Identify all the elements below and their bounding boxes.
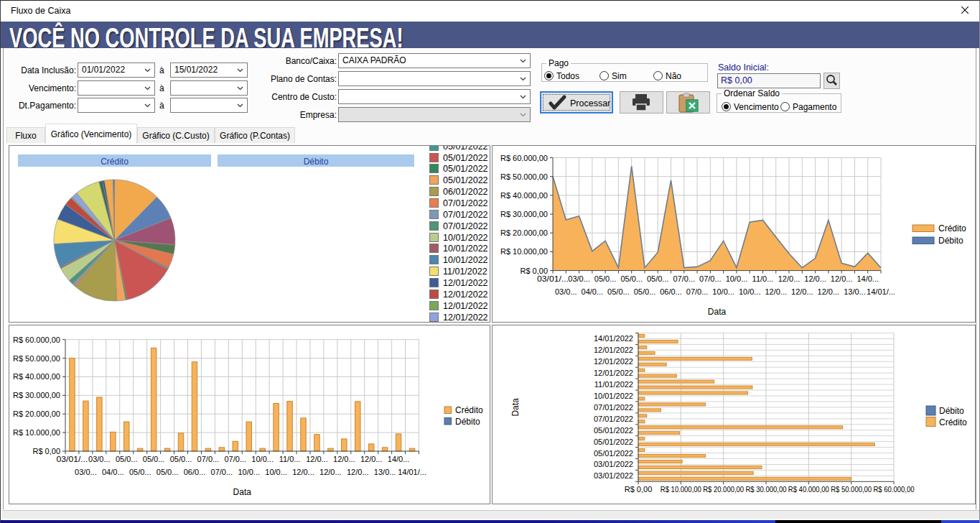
chart-text: 04/0... (582, 287, 604, 296)
chart-text: 12/0... (306, 455, 328, 463)
pago-sim-label: Sim (612, 71, 627, 81)
tab-label: Fluxo (7, 131, 45, 141)
tab-label: Gráfico (P.Contas) (215, 131, 294, 141)
pie-legend-item: 10/01/2022 (429, 232, 490, 244)
chart-text: R$ 20.000,00 (500, 228, 548, 237)
chart-text: 05/0... (607, 287, 630, 296)
chart-text: 05/0... (170, 455, 192, 463)
print-button[interactable] (620, 91, 663, 114)
chart-text: 14/01/2022 (594, 334, 633, 343)
bar (355, 402, 361, 451)
centro-custo-combo[interactable] (338, 89, 531, 104)
processar-button[interactable]: Processar (540, 91, 613, 114)
vencimento-from-combo[interactable] (78, 80, 155, 96)
chart-text: 14/0... (388, 455, 410, 463)
chart-text: R$ 40.000,00 (788, 485, 829, 494)
legend-swatch (429, 210, 439, 219)
ordenar-pagamento-radio[interactable] (780, 102, 790, 111)
pie-legend-item: 06/01/2022 (429, 186, 490, 198)
chart-text: 06/0... (184, 468, 206, 476)
search-icon (824, 73, 839, 88)
chart-text: Data (708, 307, 727, 317)
chevron-down-icon (520, 59, 526, 63)
bar (246, 422, 252, 451)
legend-swatch (444, 418, 452, 425)
range-sep: à (159, 101, 164, 111)
chart-text: R$ 50.000,00 (13, 354, 60, 363)
excel-clipboard-icon (676, 93, 701, 113)
chart-text: R$ 10.000,00 (13, 428, 60, 437)
bar (328, 448, 334, 451)
chart-text: 05/0... (157, 468, 179, 476)
bar-chart: R$ 0,00R$ 10.000,00R$ 20.000,00R$ 30.000… (9, 325, 490, 504)
legend-label: 05/01/2022 (443, 175, 488, 185)
legend-swatch (913, 225, 934, 232)
bar (287, 402, 293, 451)
dt-pagamento-label: Dt.Pagamento: (1, 101, 76, 111)
saldo-inicial-input[interactable]: R$ 0,00 (717, 73, 821, 88)
bar (301, 418, 307, 451)
banco-caixa-combo[interactable]: CAIXA PADRÃO (338, 53, 531, 68)
chart-text: 04/0... (102, 468, 124, 476)
bar (151, 348, 157, 451)
legend-swatch (429, 175, 439, 185)
excel-export-button[interactable] (666, 91, 710, 114)
chart-text: 07/01/2022 (594, 403, 633, 412)
plano-contas-label: Plano de Contas: (238, 74, 337, 84)
legend-swatch (429, 301, 439, 310)
legend-swatch (429, 164, 439, 173)
chart-text: 12/0... (319, 468, 342, 476)
chart-text: 05/0... (129, 468, 151, 476)
chart-text: 11/01/2022 (594, 380, 633, 389)
chart-text: 07/0... (211, 468, 233, 476)
tab-label: Gráfico (C.Custo) (138, 131, 214, 141)
dt-pagamento-to-combo[interactable] (170, 98, 248, 113)
chevron-down-icon (237, 68, 243, 73)
hbar (638, 369, 645, 371)
filter-area: Data Inclusão: 01/01/2022 à 15/01/2022 V… (1, 48, 979, 123)
data-inclusao-to-combo[interactable]: 15/01/2022 (170, 63, 248, 78)
dt-pagamento-from-combo[interactable] (78, 98, 155, 113)
hbar (638, 449, 645, 452)
bar-chart-panel: R$ 0,00R$ 10.000,00R$ 20.000,00R$ 30.000… (9, 325, 490, 504)
legend-swatch (913, 237, 934, 244)
close-icon[interactable] (959, 4, 971, 16)
legend-swatch (926, 406, 935, 415)
plano-contas-combo[interactable] (338, 71, 531, 86)
tab-grafico-pcontas[interactable]: Gráfico (P.Contas) (215, 127, 295, 143)
hbar (638, 420, 645, 423)
hbar (638, 471, 753, 474)
ordenar-vencimento-radio[interactable] (722, 102, 731, 111)
vencimento-to-combo[interactable] (170, 80, 248, 96)
tab-grafico-ccusto[interactable]: Gráfico (C.Custo) (137, 127, 215, 143)
chart-text: 14/0... (857, 274, 879, 283)
data-inclusao-from-combo[interactable]: 01/01/2022 (78, 63, 155, 78)
legend-label: 07/01/2022 (443, 198, 488, 208)
legend-label: 10/01/2022 (443, 255, 488, 265)
chart-text: R$ 30.000,00 (13, 391, 60, 399)
chart-text: 05/0... (116, 455, 138, 463)
pago-nao-radio[interactable] (653, 71, 663, 80)
chart-text: 07/0... (673, 274, 696, 283)
chart-text: 12/01/2022 (594, 357, 633, 366)
empresa-combo[interactable] (338, 107, 531, 122)
tab-grafico-vencimento[interactable]: Gráfico (Vencimento) (45, 124, 137, 144)
legend-label: 12/01/2022 (443, 290, 488, 300)
pago-sim-radio[interactable] (599, 71, 609, 80)
chart-text: R$ 20.000,00 (703, 485, 744, 494)
combo-value: 15/01/2022 (174, 65, 218, 75)
bar (164, 448, 170, 451)
chart-text: 06/0... (660, 287, 682, 296)
chevron-down-icon (520, 113, 526, 117)
chart-text: R$ 30.000,00 (746, 485, 787, 494)
pago-todos-radio[interactable] (544, 71, 554, 80)
chart-text: 12/0... (791, 287, 813, 296)
legend-label: 11/01/2022 (443, 267, 487, 277)
search-button[interactable] (823, 73, 840, 89)
tab-fluxo[interactable]: Fluxo (6, 127, 45, 143)
pie-legend-item: 05/01/2022 (429, 145, 490, 152)
chart-text: 11/0... (752, 274, 774, 283)
hbar-chart-panel: 03/01/202203/01/202205/01/202205/01/2022… (492, 325, 976, 504)
bar (192, 362, 197, 451)
bar (123, 422, 129, 451)
